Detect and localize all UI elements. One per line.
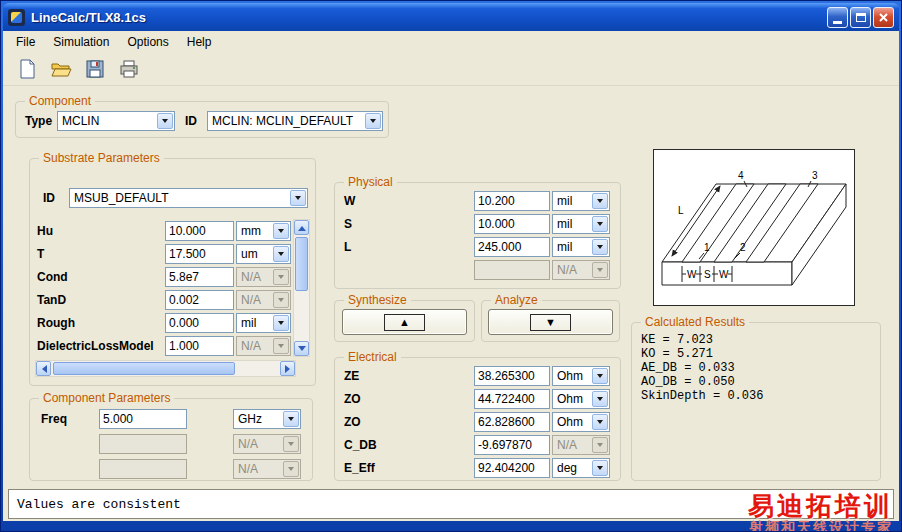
title-bar[interactable]: LineCalc/TLX8.1cs bbox=[3, 3, 899, 31]
width1-dimension-label: W bbox=[687, 269, 697, 280]
ze-unit-select[interactable]: Ohm bbox=[552, 366, 610, 386]
electrical-group: Electrical ZE Ohm ZO Ohm ZO bbox=[334, 350, 621, 481]
zo2-unit-select[interactable]: Ohm bbox=[552, 412, 610, 432]
w-unit-select[interactable]: mil bbox=[552, 191, 610, 211]
param-unit-value: Ohm bbox=[553, 392, 591, 406]
substrate-table: Hu mm T um bbox=[35, 219, 310, 357]
param-unit-value: deg bbox=[553, 461, 591, 475]
param-value-input[interactable] bbox=[165, 244, 234, 264]
chevron-down-icon bbox=[273, 269, 289, 285]
analyze-group-label: Analyze bbox=[491, 293, 542, 307]
scroll-left-icon[interactable] bbox=[36, 361, 51, 376]
menu-options[interactable]: Options bbox=[118, 32, 177, 52]
electrical-row-zo2: ZO Ohm bbox=[340, 410, 615, 433]
physical-group: Physical W mil S mil L bbox=[334, 175, 621, 289]
eeff-value-input[interactable] bbox=[474, 458, 550, 478]
menu-simulation[interactable]: Simulation bbox=[44, 32, 118, 52]
zo-value-input[interactable] bbox=[474, 389, 550, 409]
freq-value-input[interactable] bbox=[99, 409, 187, 429]
param-name: Freq bbox=[35, 412, 99, 426]
param-value-input[interactable] bbox=[165, 313, 234, 333]
param-value-input bbox=[474, 260, 550, 280]
param-value-input[interactable] bbox=[165, 290, 234, 310]
w-value-input[interactable] bbox=[474, 191, 550, 211]
substrate-row-t: T um bbox=[35, 242, 291, 265]
menu-file[interactable]: File bbox=[7, 32, 44, 52]
zo-unit-select[interactable]: Ohm bbox=[552, 389, 610, 409]
synthesize-button[interactable]: ▲ bbox=[342, 309, 467, 335]
chevron-down-icon bbox=[273, 315, 289, 331]
substrate-id-value: MSUB_DEFAULT bbox=[70, 191, 289, 205]
eeff-unit-select[interactable]: deg bbox=[552, 458, 610, 478]
s-unit-select[interactable]: mil bbox=[552, 214, 610, 234]
close-button[interactable] bbox=[873, 7, 894, 28]
substrate-id-select[interactable]: MSUB_DEFAULT bbox=[69, 188, 308, 208]
menu-help[interactable]: Help bbox=[178, 32, 221, 52]
l-unit-select[interactable]: mil bbox=[552, 237, 610, 257]
param-name: ZE bbox=[340, 369, 474, 383]
freq-unit-select[interactable]: GHz bbox=[233, 409, 301, 429]
chevron-down-icon bbox=[592, 262, 608, 278]
cdb-value-input[interactable] bbox=[474, 435, 550, 455]
physical-group-label: Physical bbox=[344, 175, 397, 189]
chevron-down-icon bbox=[283, 411, 299, 427]
ze-value-input[interactable] bbox=[474, 366, 550, 386]
scroll-up-icon[interactable] bbox=[294, 220, 309, 235]
scroll-down-icon[interactable] bbox=[294, 341, 309, 356]
zo2-value-input[interactable] bbox=[474, 412, 550, 432]
port4-label: 4 bbox=[738, 170, 744, 181]
component-id-label: ID bbox=[185, 114, 207, 128]
chevron-down-icon bbox=[273, 246, 289, 262]
analyze-button[interactable]: ▼ bbox=[488, 309, 613, 335]
scroll-thumb[interactable] bbox=[295, 237, 308, 291]
param-unit-value: GHz bbox=[234, 412, 282, 426]
open-file-button[interactable] bbox=[47, 56, 75, 82]
toolbar bbox=[3, 53, 899, 86]
maximize-icon bbox=[856, 13, 866, 22]
substrate-parameters-group: Substrate Parameters ID MSUB_DEFAULT Hu … bbox=[29, 151, 316, 386]
l-value-input[interactable] bbox=[474, 237, 550, 257]
component-param-row-freq: Freq GHz bbox=[35, 407, 307, 430]
scroll-thumb[interactable] bbox=[53, 362, 235, 375]
param-unit-value: N/A bbox=[234, 462, 282, 476]
horizontal-scrollbar[interactable] bbox=[35, 360, 296, 377]
calculated-results-group: Calculated Results KE = 7.023 KO = 5.271… bbox=[631, 315, 881, 481]
vertical-scrollbar[interactable] bbox=[293, 219, 310, 357]
chevron-down-icon bbox=[283, 436, 299, 452]
s-value-input[interactable] bbox=[474, 214, 550, 234]
port1-label: 1 bbox=[704, 242, 710, 253]
param-unit-select: N/A bbox=[236, 290, 291, 310]
component-id-value: MCLIN: MCLIN_DEFAULT bbox=[208, 114, 364, 128]
save-file-button[interactable] bbox=[81, 56, 109, 82]
app-icon[interactable] bbox=[8, 9, 25, 26]
param-value-input[interactable] bbox=[165, 221, 234, 241]
print-button[interactable] bbox=[115, 56, 143, 82]
component-type-select[interactable]: MCLIN bbox=[57, 111, 175, 131]
param-unit-select[interactable]: mm bbox=[236, 221, 291, 241]
result-ao-db: AO_DB = 0.050 bbox=[637, 375, 875, 389]
maximize-button[interactable] bbox=[850, 7, 871, 28]
chevron-down-icon bbox=[592, 460, 608, 476]
chevron-down-icon bbox=[592, 193, 608, 209]
param-name: W bbox=[340, 194, 474, 208]
param-value-input[interactable] bbox=[165, 336, 234, 356]
param-name: C_DB bbox=[340, 438, 474, 452]
param-unit-value: N/A bbox=[237, 339, 272, 353]
chevron-down-icon bbox=[592, 239, 608, 255]
chevron-down-icon bbox=[273, 338, 289, 354]
scroll-right-icon[interactable] bbox=[280, 361, 295, 376]
param-value-input[interactable] bbox=[165, 267, 234, 287]
coupled-lines-diagram: L W S W 4 3 1 bbox=[653, 149, 855, 306]
param-name: T bbox=[35, 247, 165, 261]
param-unit-select: N/A bbox=[552, 260, 610, 280]
param-name: E_Eff bbox=[340, 461, 474, 475]
param-unit-value: N/A bbox=[553, 438, 591, 452]
new-file-button[interactable] bbox=[13, 56, 41, 82]
minimize-button[interactable] bbox=[827, 7, 848, 28]
param-unit-select[interactable]: mil bbox=[236, 313, 291, 333]
component-id-select[interactable]: MCLIN: MCLIN_DEFAULT bbox=[207, 111, 383, 131]
result-ae-db: AE_DB = 0.033 bbox=[637, 361, 875, 375]
param-unit-select[interactable]: um bbox=[236, 244, 291, 264]
param-unit-value: Ohm bbox=[553, 369, 591, 383]
length-dimension-label: L bbox=[678, 205, 684, 216]
